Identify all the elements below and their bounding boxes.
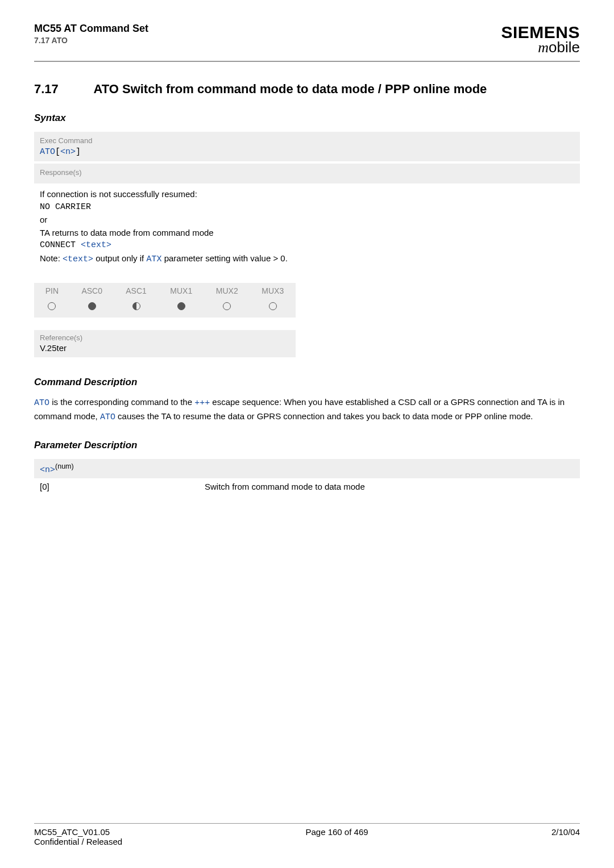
reference-box: Reference(s) V.25ter	[34, 330, 296, 357]
circle-open-icon	[223, 302, 231, 310]
param-desc-heading: Parameter Description	[34, 440, 580, 451]
circle-half-icon	[132, 302, 140, 310]
circle-open-icon	[269, 302, 277, 310]
exec-label: Exec Command	[40, 136, 574, 145]
page-footer: MC55_ATC_V01.05 Confidential / Released …	[34, 823, 580, 846]
response-line: If connection is not successfully resume…	[40, 188, 574, 201]
page-header: MC55 AT Command Set 7.17 ATO SIEMENS mob…	[34, 23, 580, 62]
param-row: [0] Switch from command mode to data mod…	[34, 478, 580, 495]
response-note: Note: <text> output only if ATX paramete…	[40, 252, 574, 266]
reference-label: Reference(s)	[34, 330, 296, 343]
footer-date: 2/10/04	[551, 827, 580, 846]
response-header-box: Response(s)	[34, 164, 580, 183]
doc-section: 7.17 ATO	[34, 36, 148, 45]
circle-open-icon	[48, 302, 56, 310]
indicator-table: PIN ASC0 ASC1 MUX1 MUX2 MUX3	[34, 283, 296, 318]
doc-title: MC55 AT Command Set	[34, 23, 148, 35]
footer-confidential: Confidential / Released	[34, 837, 122, 846]
indicator-header: ASC1	[114, 283, 159, 299]
circle-full-icon	[177, 302, 185, 310]
syntax-heading: Syntax	[34, 112, 580, 124]
indicator-header: MUX3	[250, 283, 296, 299]
exec-command: ATO[<n>]	[40, 147, 574, 157]
param-value: Switch from command mode to data mode	[205, 482, 365, 491]
footer-page: Page 160 of 469	[305, 827, 368, 846]
exec-command-box: Exec Command ATO[<n>]	[34, 132, 580, 161]
param-sup: (num)	[55, 462, 74, 470]
circle-full-icon	[88, 302, 96, 310]
reference-value: V.25ter	[34, 343, 296, 357]
param-box: <n>(num)	[34, 459, 580, 478]
indicator-header: MUX1	[159, 283, 204, 299]
indicator-header: PIN	[34, 283, 70, 299]
param-key: [0]	[40, 482, 205, 491]
response-code: NO CARRIER	[40, 201, 574, 214]
section-title: ATO Switch from command mode to data mod…	[93, 82, 559, 97]
section-heading: 7.17 ATO Switch from command mode to dat…	[34, 82, 580, 97]
response-line: TA returns to data mode from command mod…	[40, 227, 574, 240]
cmd-desc-body: ATO is the corresponding command to the …	[34, 396, 580, 424]
cmd-desc-heading: Command Description	[34, 377, 580, 388]
response-body: If connection is not successfully resume…	[34, 183, 580, 270]
param-name: <n>	[40, 465, 55, 475]
brand-logo: SIEMENS mobile	[501, 23, 580, 56]
indicator-header: MUX2	[204, 283, 250, 299]
footer-version: MC55_ATC_V01.05	[34, 827, 122, 837]
response-connect: CONNECT <text>	[40, 239, 574, 252]
indicator-row	[34, 299, 296, 318]
response-label: Response(s)	[40, 168, 574, 177]
indicator-header: ASC0	[70, 283, 114, 299]
section-number: 7.17	[34, 82, 91, 97]
response-line: or	[40, 214, 574, 227]
